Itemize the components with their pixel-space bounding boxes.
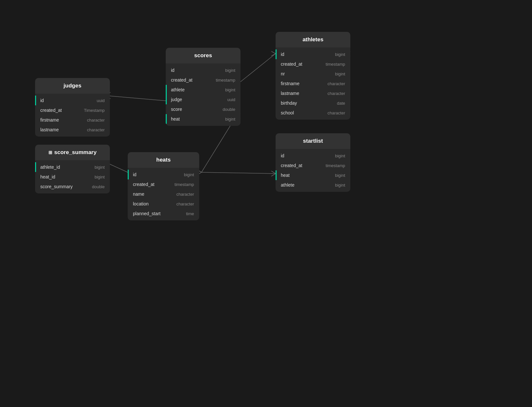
col-type: bigint [95, 165, 105, 170]
col-name: heat [281, 173, 290, 178]
heats-title: heats [156, 157, 171, 163]
heats-table-body: id bigint created_at timestamp name char… [128, 168, 199, 220]
col-name: score_summary [40, 184, 73, 189]
judges-title: judges [64, 83, 82, 89]
col-type: date [337, 101, 345, 106]
table-row: created_at timestamp [276, 59, 350, 69]
svg-line-3 [201, 172, 276, 174]
col-type: bigint [184, 172, 194, 177]
col-name: athlete_id [40, 164, 60, 170]
athletes-table-body: id bigint created_at timestamp nr bigint… [276, 47, 350, 120]
startlist-table-body: id bigint created_at timestamp heat bigi… [276, 149, 350, 192]
athletes-table-header: athletes [276, 32, 350, 47]
svg-line-0 [106, 96, 166, 101]
table-row: birthday date [276, 98, 350, 108]
col-name: lastname [40, 127, 59, 132]
table-row: athlete bigint [166, 85, 240, 95]
col-type: Timestamp [84, 108, 105, 113]
col-type: character [328, 91, 345, 96]
col-type: uuid [227, 97, 235, 102]
score-summary-title: score_summary [54, 149, 97, 155]
table-row: heat bigint [276, 170, 350, 180]
startlist-title: startlist [303, 138, 323, 144]
col-name: created_at [281, 61, 302, 67]
col-type: bigint [225, 68, 235, 73]
col-name: created_at [281, 163, 302, 168]
col-type: character [176, 202, 194, 206]
table-row: created_at timestamp [276, 161, 350, 170]
table-row: score_summary double [35, 182, 110, 191]
col-name: id [281, 52, 284, 57]
col-name: birthday [281, 100, 297, 106]
table-row: location character [128, 199, 199, 209]
score-summary-table-body: athlete_id bigint heat_id bigint score_s… [35, 160, 110, 193]
col-name: nr [281, 71, 285, 76]
table-row: lastname character [276, 88, 350, 98]
canvas: judges id uuid created_at Timestamp firs… [0, 0, 532, 407]
col-type: character [328, 81, 345, 86]
svg-line-1 [236, 54, 276, 85]
table-row: id uuid [35, 96, 110, 105]
col-name: id [133, 172, 136, 177]
athletes-table: athletes id bigint created_at timestamp … [276, 32, 350, 120]
col-name: created_at [133, 182, 154, 187]
col-name: id [171, 68, 175, 73]
startlist-table: startlist id bigint created_at timestamp… [276, 133, 350, 192]
col-type: bigint [225, 117, 235, 122]
col-name: planned_start [133, 211, 161, 216]
table-row: athlete bigint [276, 180, 350, 190]
heats-table-header: heats [128, 152, 199, 168]
col-name: created_at [40, 108, 62, 113]
col-name: location [133, 201, 149, 206]
col-name: school [281, 110, 294, 115]
col-type: double [92, 184, 105, 189]
table-row: id bigint [166, 65, 240, 75]
col-type: character [328, 111, 345, 115]
table-row: firstname character [276, 79, 350, 88]
table-row: lastname character [35, 125, 110, 135]
judges-table-body: id uuid created_at Timestamp firstname c… [35, 94, 110, 137]
table-icon: ⊞ [48, 150, 52, 155]
col-type: bigint [335, 183, 345, 188]
scores-table-body: id bigint created_at timestamp athlete b… [166, 63, 240, 126]
scores-table: scores id bigint created_at timestamp at… [166, 48, 240, 126]
heats-table: heats id bigint created_at timestamp nam… [128, 152, 199, 220]
col-type: bigint [335, 173, 345, 178]
col-type: bigint [95, 175, 105, 179]
table-row: created_at timestamp [128, 179, 199, 189]
col-type: timestamp [326, 62, 345, 67]
score-summary-table: ⊞score_summary athlete_id bigint heat_id… [35, 145, 110, 193]
col-name: firstname [40, 117, 59, 123]
table-row: created_at Timestamp [35, 105, 110, 115]
connector-lines [0, 0, 532, 407]
col-type: timestamp [216, 78, 235, 83]
judges-table: judges id uuid created_at Timestamp firs… [35, 78, 110, 137]
col-type: timestamp [175, 182, 194, 187]
score-summary-table-header: ⊞score_summary [35, 145, 110, 160]
table-row: nr bigint [276, 69, 350, 79]
table-row: heat_id bigint [35, 172, 110, 182]
col-name: score [171, 107, 182, 112]
col-name: heat [171, 116, 180, 122]
table-row: judge uuid [166, 95, 240, 104]
col-type: uuid [97, 98, 105, 103]
col-name: name [133, 191, 144, 197]
table-row: created_at timestamp [166, 75, 240, 85]
col-name: athlete [171, 87, 185, 92]
col-name: created_at [171, 77, 192, 83]
col-type: character [176, 192, 194, 197]
col-name: athlete [281, 182, 294, 188]
col-name: judge [171, 97, 182, 102]
col-name: id [281, 153, 284, 158]
table-row: athlete_id bigint [35, 162, 110, 172]
col-type: time [186, 211, 194, 216]
col-type: character [87, 127, 105, 132]
col-name: heat_id [40, 174, 55, 179]
col-name: id [40, 98, 44, 103]
col-name: firstname [281, 81, 300, 86]
scores-title: scores [194, 52, 212, 59]
athletes-title: athletes [303, 36, 323, 43]
table-row: heat bigint [166, 114, 240, 124]
table-row: firstname character [35, 115, 110, 125]
table-row: school character [276, 108, 350, 118]
